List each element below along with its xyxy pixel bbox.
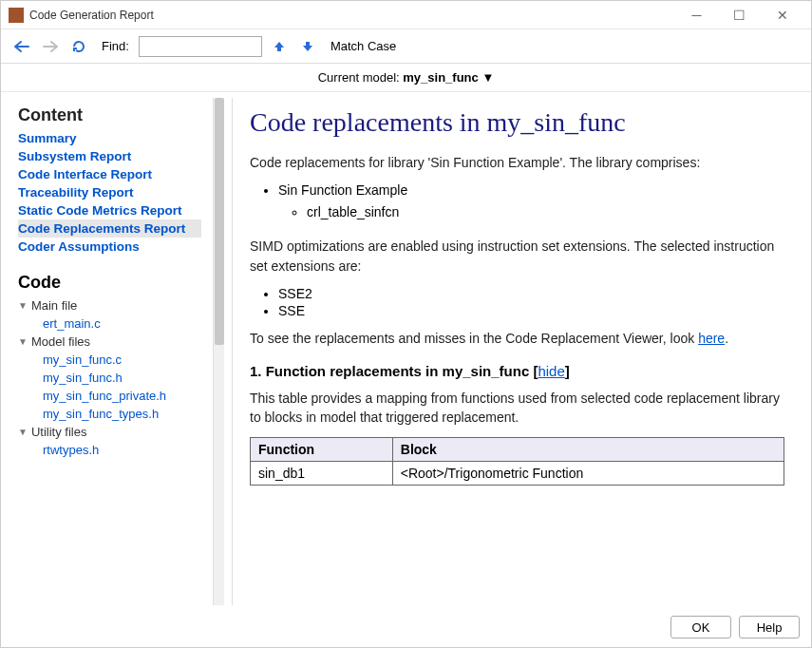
- viewer-text-after: .: [725, 331, 728, 346]
- simd-text: SIMD optimizations are enabled using ins…: [250, 237, 784, 276]
- titlebar: Code Generation Report ─ ☐ ✕: [1, 1, 811, 29]
- simd-list: SSE2SSE: [278, 285, 784, 319]
- app-window: Code Generation Report ─ ☐ ✕ Find: Match…: [0, 0, 812, 648]
- currentmodel-value: my_sin_func: [403, 70, 478, 85]
- hide-link[interactable]: hide: [538, 363, 564, 379]
- sidebar-link[interactable]: Code Replacements Report: [18, 219, 201, 238]
- window-title: Code Generation Report: [29, 9, 675, 22]
- tree-group[interactable]: ▼ Utility files: [18, 423, 201, 441]
- section-heading: 1. Function replacements in my_sin_func …: [250, 363, 784, 379]
- caret-down-icon: ▼: [18, 336, 28, 347]
- tree-group[interactable]: ▼ Main file: [18, 296, 201, 314]
- caret-down-icon: ▼: [18, 300, 28, 311]
- sidebar-link[interactable]: Static Code Metrics Report: [18, 201, 201, 219]
- table-body: sin_db1<Root>/Trigonometric Function: [251, 461, 784, 485]
- refresh-button[interactable]: [67, 35, 90, 58]
- up-arrow-icon: [273, 40, 286, 53]
- tree-file-link[interactable]: rtwtypes.h: [18, 441, 201, 459]
- toolbar: Find: Match Case: [1, 29, 811, 64]
- sidebar-link[interactable]: Coder Assumptions: [18, 238, 201, 256]
- content-heading: Content: [18, 105, 201, 125]
- maximize-button[interactable]: ☐: [718, 2, 761, 29]
- matchcase-label[interactable]: Match Case: [330, 39, 396, 53]
- tree-file-link[interactable]: my_sin_func.c: [18, 351, 201, 369]
- ok-button[interactable]: OK: [670, 616, 731, 638]
- library-name: Sin Function Example: [278, 182, 407, 198]
- caret-down-icon: ▼: [18, 427, 28, 437]
- content-links: SummarySubsystem ReportCode Interface Re…: [18, 129, 201, 256]
- table-cell: sin_db1: [251, 461, 393, 485]
- window-controls: ─ ☐ ✕: [675, 2, 803, 29]
- library-list: Sin Function Example crl_table_sinfcn: [278, 181, 784, 227]
- body: Content SummarySubsystem ReportCode Inte…: [1, 92, 811, 607]
- find-input[interactable]: [139, 36, 262, 57]
- currentmodel-label: Current model:: [318, 70, 400, 85]
- tree-group[interactable]: ▼ Model files: [18, 333, 201, 351]
- model-bar[interactable]: Current model: my_sin_func ▼: [1, 64, 811, 92]
- tree-file-link[interactable]: my_sin_func.h: [18, 369, 201, 387]
- back-button[interactable]: [10, 35, 33, 58]
- viewer-text-before: To see the replacements and misses in th…: [250, 331, 698, 346]
- sidebar-link[interactable]: Code Interface Report: [18, 165, 201, 183]
- find-prev-button[interactable]: [268, 35, 291, 58]
- app-icon: [9, 8, 24, 23]
- main-content: Code replacements in my_sin_func Code re…: [232, 98, 802, 605]
- forward-button[interactable]: [39, 35, 62, 58]
- viewer-link[interactable]: here: [698, 331, 725, 346]
- help-button[interactable]: Help: [739, 616, 800, 638]
- list-item: SSE: [278, 302, 784, 319]
- table-header: Block: [392, 437, 784, 461]
- tree-file-link[interactable]: my_sin_func_private.h: [18, 387, 201, 405]
- code-heading: Code: [18, 273, 201, 293]
- table-header: Function: [251, 437, 393, 461]
- refresh-icon: [71, 39, 86, 54]
- find-next-button[interactable]: [296, 35, 319, 58]
- intro-text: Code replacements for library 'Sin Funct…: [250, 153, 784, 172]
- page-title: Code replacements in my_sin_func: [250, 107, 784, 138]
- sidebar-link[interactable]: Subsystem Report: [18, 147, 201, 165]
- tree-file-link[interactable]: ert_main.c: [18, 314, 201, 333]
- dropdown-icon: ▼: [482, 70, 494, 85]
- sidebar: Content SummarySubsystem ReportCode Inte…: [10, 98, 205, 605]
- table-header-row: FunctionBlock: [251, 437, 784, 461]
- footer: OK Help: [1, 607, 811, 647]
- list-item: Sin Function Example crl_table_sinfcn: [278, 181, 784, 227]
- down-arrow-icon: [301, 40, 314, 53]
- forward-arrow-icon: [42, 40, 59, 53]
- sidebar-link[interactable]: Summary: [18, 129, 201, 147]
- code-tree: ▼ Main fileert_main.c▼ Model filesmy_sin…: [18, 296, 201, 459]
- section-heading-text: 1. Function replacements in my_sin_func: [250, 363, 529, 379]
- replacements-table: FunctionBlock sin_db1<Root>/Trigonometri…: [250, 437, 784, 486]
- minimize-button[interactable]: ─: [675, 2, 718, 29]
- table-desc: This table provides a mapping from funct…: [250, 389, 784, 428]
- sidebar-scrollbar[interactable]: [213, 98, 224, 605]
- sidebar-link[interactable]: Traceability Report: [18, 183, 201, 201]
- list-item: SSE2: [278, 285, 784, 302]
- viewer-text: To see the replacements and misses in th…: [250, 329, 784, 348]
- list-item: crl_table_sinfcn: [307, 203, 784, 220]
- back-arrow-icon: [13, 40, 30, 53]
- tree-file-link[interactable]: my_sin_func_types.h: [18, 405, 201, 423]
- close-button[interactable]: ✕: [761, 2, 803, 29]
- find-label: Find:: [102, 39, 129, 53]
- table-row: sin_db1<Root>/Trigonometric Function: [251, 461, 784, 485]
- scrollbar-thumb[interactable]: [215, 98, 224, 345]
- table-cell: <Root>/Trigonometric Function: [392, 461, 784, 485]
